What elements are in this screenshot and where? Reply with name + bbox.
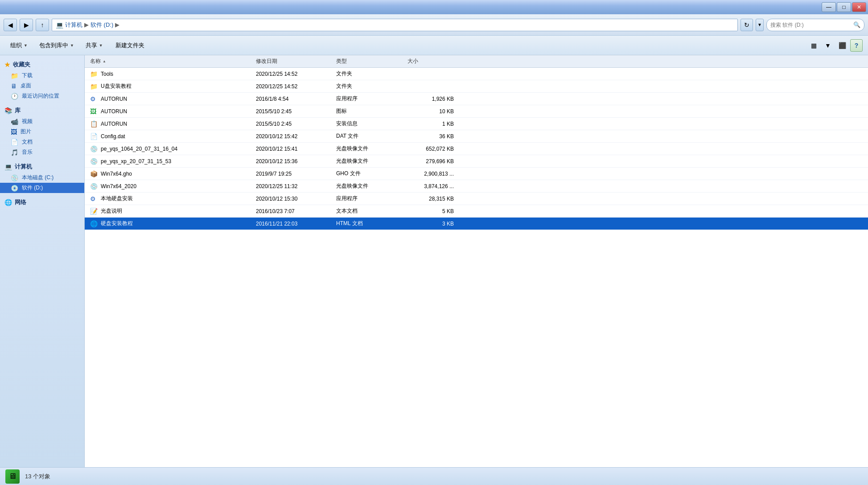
file-name-1: 📁 U盘安装教程	[86, 82, 256, 90]
toolbar: 组织 ▼ 包含到库中 ▼ 共享 ▼ 新建文件夹 ▦ ▼ ⬛ ?	[0, 36, 868, 55]
table-row[interactable]: 💿 Win7x64_2020 2020/12/25 11:32 光盘映像文件 3…	[85, 180, 868, 193]
new-folder-button[interactable]: 新建文件夹	[110, 38, 150, 53]
breadcrumb-sep2: ▶	[115, 21, 119, 28]
file-type-11: 文本文档	[336, 207, 407, 215]
sidebar-item-c-drive[interactable]: 💿 本地磁盘 (C:)	[0, 173, 84, 183]
video-icon: 📹	[11, 118, 18, 125]
file-icon-3: 🖼	[90, 108, 98, 115]
sidebar-favorites-header[interactable]: ★ 收藏夹	[0, 59, 84, 70]
sidebar-item-image[interactable]: 🖼 图片	[0, 127, 84, 137]
close-button[interactable]: ✕	[852, 2, 866, 12]
share-label: 共享	[86, 41, 97, 49]
table-row[interactable]: 💿 pe_yqs_xp_20_07_31_15_53 2020/10/12 15…	[85, 155, 868, 168]
library-icon: 📚	[4, 107, 12, 114]
file-size-3: 10 KB	[407, 108, 461, 115]
maximize-button[interactable]: □	[837, 2, 851, 12]
sidebar-item-doc[interactable]: 📄 文档	[0, 137, 84, 147]
sidebar-library-header[interactable]: 📚 库	[0, 105, 84, 116]
file-size-9: 3,874,126 ...	[407, 183, 461, 189]
main-layout: ★ 收藏夹 📁 下载 🖥 桌面 🕐 最近访问的位置 📚 库	[0, 55, 868, 467]
table-row[interactable]: 🖼 AUTORUN 2015/5/10 2:45 图标 10 KB	[85, 105, 868, 118]
file-icon-4: 📋	[90, 120, 98, 127]
organize-button[interactable]: 组织 ▼	[5, 38, 33, 53]
addressbar: ◀ ▶ ↑ 💻 计算机 ▶ 软件 (D:) ▶ ↻ ▼ 🔍	[0, 14, 868, 36]
file-type-0: 文件夹	[336, 70, 407, 78]
file-size-5: 36 KB	[407, 133, 461, 140]
desktop-icon: 🖥	[11, 82, 17, 90]
forward-button[interactable]: ▶	[20, 19, 33, 31]
table-row[interactable]: 📋 AUTORUN 2015/5/10 2:45 安装信息 1 KB	[85, 118, 868, 130]
table-row[interactable]: 📄 Config.dat 2020/10/12 15:42 DAT 文件 36 …	[85, 130, 868, 143]
file-name-4: 📋 AUTORUN	[86, 120, 256, 127]
computer-sidebar-icon: 💻	[4, 163, 12, 170]
sidebar-item-download[interactable]: 📁 下载	[0, 70, 84, 81]
table-row[interactable]: 🌐 硬盘安装教程 2016/11/21 22:03 HTML 文档 3 KB	[85, 218, 868, 230]
file-size-8: 2,900,813 ...	[407, 171, 461, 177]
breadcrumb-drive[interactable]: 软件 (D:)	[91, 21, 113, 29]
sidebar-item-recent[interactable]: 🕐 最近访问的位置	[0, 91, 84, 101]
table-row[interactable]: 📁 U盘安装教程 2020/12/25 14:52 文件夹	[85, 80, 868, 93]
file-icon-1: 📁	[90, 83, 98, 90]
file-name-9: 💿 Win7x64_2020	[86, 183, 256, 190]
search-bar[interactable]: 🔍	[766, 19, 864, 31]
back-button[interactable]: ◀	[4, 19, 17, 31]
view-dropdown-button[interactable]: ▼	[822, 39, 834, 52]
status-count: 13 个对象	[25, 473, 50, 481]
table-row[interactable]: 📁 Tools 2020/12/25 14:52 文件夹	[85, 68, 868, 80]
up-button[interactable]: ↑	[36, 19, 49, 31]
sidebar-image-label: 图片	[21, 128, 31, 136]
table-row[interactable]: 💿 pe_yqs_1064_20_07_31_16_04 2020/10/12 …	[85, 143, 868, 155]
statusbar: 🖥 13 个对象	[0, 467, 868, 485]
sidebar-network-header[interactable]: 🌐 网络	[0, 197, 84, 208]
archive-button[interactable]: 包含到库中 ▼	[34, 38, 79, 53]
help-button[interactable]: ?	[850, 39, 863, 52]
sidebar-item-d-drive[interactable]: 💿 软件 (D:)	[0, 183, 84, 193]
col-header-size[interactable]: 大小	[407, 58, 461, 65]
table-row[interactable]: ⚙ AUTORUN 2016/1/8 4:54 应用程序 1,926 KB	[85, 93, 868, 105]
archive-dropdown-arrow: ▼	[70, 43, 74, 48]
file-icon-9: 💿	[90, 183, 98, 190]
sidebar-item-video[interactable]: 📹 视频	[0, 116, 84, 127]
col-header-type[interactable]: 类型	[336, 58, 407, 65]
music-icon: 🎵	[11, 149, 18, 156]
star-icon: ★	[4, 61, 10, 68]
address-dropdown-button[interactable]: ▼	[756, 19, 764, 31]
file-date-6: 2020/10/12 15:41	[256, 146, 336, 152]
column-header: 名称 ▲ 修改日期 类型 大小	[85, 55, 868, 68]
share-button[interactable]: 共享 ▼	[81, 38, 108, 53]
file-icon-11: 📝	[90, 208, 98, 215]
c-drive-icon: 💿	[11, 174, 18, 181]
table-row[interactable]: 📦 Win7x64.gho 2019/9/7 19:25 GHO 文件 2,90…	[85, 168, 868, 180]
col-header-name[interactable]: 名称 ▲	[86, 58, 256, 65]
view-button[interactable]: ▦	[807, 39, 820, 52]
file-size-7: 279,696 KB	[407, 158, 461, 164]
refresh-button[interactable]: ↻	[740, 19, 753, 31]
sidebar-desktop-label: 桌面	[21, 82, 31, 90]
sidebar-computer-label: 计算机	[15, 163, 32, 171]
search-input[interactable]	[770, 22, 851, 28]
preview-pane-button[interactable]: ⬛	[836, 39, 848, 52]
file-size-10: 28,315 KB	[407, 196, 461, 202]
file-type-6: 光盘映像文件	[336, 145, 407, 152]
sidebar-computer-header[interactable]: 💻 计算机	[0, 161, 84, 173]
sidebar-item-music[interactable]: 🎵 音乐	[0, 147, 84, 157]
minimize-button[interactable]: —	[822, 2, 836, 12]
table-row[interactable]: 📝 光盘说明 2016/10/23 7:07 文本文档 5 KB	[85, 205, 868, 218]
file-area: 名称 ▲ 修改日期 类型 大小 📁 Tools 2020/12/25 14:52…	[85, 55, 868, 467]
sidebar-network-label: 网络	[15, 198, 26, 206]
file-date-0: 2020/12/25 14:52	[256, 71, 336, 77]
file-name-2: ⚙ AUTORUN	[86, 95, 256, 103]
sidebar-item-desktop[interactable]: 🖥 桌面	[0, 81, 84, 91]
col-header-date[interactable]: 修改日期	[256, 58, 336, 65]
file-name-7: 💿 pe_yqs_xp_20_07_31_15_53	[86, 158, 256, 165]
sidebar: ★ 收藏夹 📁 下载 🖥 桌面 🕐 最近访问的位置 📚 库	[0, 55, 85, 467]
file-type-5: DAT 文件	[336, 132, 407, 140]
file-name-10: ⚙ 本地硬盘安装	[86, 195, 256, 202]
file-type-1: 文件夹	[336, 82, 407, 90]
file-type-4: 安装信息	[336, 120, 407, 127]
file-type-8: GHO 文件	[336, 170, 407, 177]
breadcrumb-computer[interactable]: 计算机	[65, 21, 82, 29]
sidebar-favorites-label: 收藏夹	[13, 61, 30, 69]
table-row[interactable]: ⚙ 本地硬盘安装 2020/10/12 15:30 应用程序 28,315 KB	[85, 193, 868, 205]
file-type-2: 应用程序	[336, 95, 407, 103]
